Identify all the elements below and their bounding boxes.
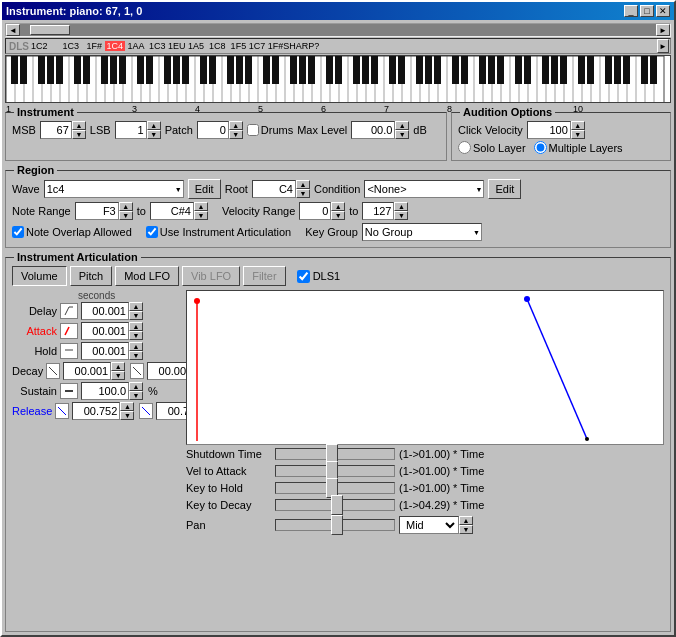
note-to-input[interactable] xyxy=(150,202,194,220)
filter-button[interactable]: Filter xyxy=(243,266,285,286)
max-level-up[interactable]: ▲ xyxy=(395,121,409,130)
key-hold-slider[interactable] xyxy=(275,482,395,494)
msb-input[interactable] xyxy=(40,121,72,139)
hold-spin[interactable]: ▲ ▼ xyxy=(81,342,143,360)
note-from-spin[interactable]: ▲ ▼ xyxy=(75,202,133,220)
max-level-down[interactable]: ▼ xyxy=(395,130,409,139)
nf-down[interactable]: ▼ xyxy=(119,211,133,220)
delay-input[interactable] xyxy=(81,302,129,320)
multiple-layers-radio[interactable]: Multiple Layers xyxy=(534,141,623,154)
release-curve-btn2[interactable] xyxy=(139,403,153,419)
pan-thumb[interactable] xyxy=(331,515,343,535)
multiple-layers-radio-input[interactable] xyxy=(534,141,547,154)
sustain-input[interactable] xyxy=(81,382,129,400)
lsb-spin[interactable]: ▲ ▼ xyxy=(115,121,161,139)
root-down[interactable]: ▼ xyxy=(296,189,310,198)
vf-down[interactable]: ▼ xyxy=(331,211,345,220)
attack-input[interactable] xyxy=(81,322,129,340)
piano-label-scroll[interactable]: ► xyxy=(657,39,669,53)
drums-checkbox[interactable] xyxy=(247,124,259,136)
pan-slider[interactable] xyxy=(275,519,395,531)
vel-to-input[interactable] xyxy=(362,202,394,220)
lsb-input[interactable] xyxy=(115,121,147,139)
lsb-up[interactable]: ▲ xyxy=(147,121,161,130)
key-decay-slider[interactable] xyxy=(275,499,395,511)
vel-from-input[interactable] xyxy=(299,202,331,220)
attack-down[interactable]: ▼ xyxy=(129,331,143,340)
pan-select[interactable]: Mid xyxy=(399,516,459,534)
attack-curve-btn[interactable] xyxy=(60,323,78,339)
pan-spin[interactable]: Mid ▲ ▼ xyxy=(399,516,473,534)
decay1-up[interactable]: ▲ xyxy=(111,362,125,371)
sustain-down[interactable]: ▼ xyxy=(129,391,143,400)
vt-up[interactable]: ▲ xyxy=(394,202,408,211)
scroll-right-btn[interactable]: ► xyxy=(656,24,670,36)
pitch-button[interactable]: Pitch xyxy=(70,266,112,286)
patch-down[interactable]: ▼ xyxy=(229,130,243,139)
edit-wave-button[interactable]: Edit xyxy=(188,179,221,199)
sustain-up[interactable]: ▲ xyxy=(129,382,143,391)
click-velocity-spin[interactable]: ▲ ▼ xyxy=(527,121,585,139)
hold-curve-btn[interactable] xyxy=(60,343,78,359)
use-articulation-checkbox[interactable] xyxy=(146,226,158,238)
hold-down[interactable]: ▼ xyxy=(129,351,143,360)
pan-up[interactable]: ▲ xyxy=(459,516,473,525)
root-up[interactable]: ▲ xyxy=(296,180,310,189)
note-overlap-check[interactable]: Note Overlap Allowed xyxy=(12,226,132,238)
vel-attack-slider[interactable] xyxy=(275,465,395,477)
root-input[interactable] xyxy=(252,180,296,198)
hold-input[interactable] xyxy=(81,342,129,360)
attack-spin[interactable]: ▲ ▼ xyxy=(81,322,143,340)
piano-scroll-right[interactable]: ► xyxy=(657,39,669,53)
nt-down[interactable]: ▼ xyxy=(194,211,208,220)
solo-layer-radio[interactable]: Solo Layer xyxy=(458,141,526,154)
release1-down[interactable]: ▼ xyxy=(120,411,134,420)
release-spin1[interactable]: ▲ ▼ xyxy=(72,402,134,420)
scroll-thumb[interactable] xyxy=(30,25,70,35)
cv-up[interactable]: ▲ xyxy=(571,121,585,130)
solo-layer-radio-input[interactable] xyxy=(458,141,471,154)
scroll-left-btn[interactable]: ◄ xyxy=(6,24,20,36)
minimize-button[interactable]: _ xyxy=(624,5,638,17)
note-from-input[interactable] xyxy=(75,202,119,220)
scroll-track[interactable] xyxy=(20,24,656,36)
max-level-spin[interactable]: ▲ ▼ xyxy=(351,121,409,139)
delay-up[interactable]: ▲ xyxy=(129,302,143,311)
decay-spin1[interactable]: ▲ ▼ xyxy=(63,362,125,380)
max-level-input[interactable] xyxy=(351,121,395,139)
sustain-spin[interactable]: ▲ ▼ xyxy=(81,382,143,400)
piano-scrollbar-top[interactable]: ◄ ► xyxy=(5,23,671,37)
patch-input[interactable] xyxy=(197,121,229,139)
vel-to-spin[interactable]: ▲ ▼ xyxy=(362,202,408,220)
condition-select[interactable]: <None> xyxy=(364,180,484,198)
maximize-button[interactable]: □ xyxy=(640,5,654,17)
close-button[interactable]: ✕ xyxy=(656,5,670,17)
volume-button[interactable]: Volume xyxy=(12,266,67,286)
key-group-select[interactable]: No Group xyxy=(362,223,482,241)
key-decay-thumb[interactable] xyxy=(331,495,343,515)
release-input1[interactable] xyxy=(72,402,120,420)
click-velocity-input[interactable] xyxy=(527,121,571,139)
root-spin[interactable]: ▲ ▼ xyxy=(252,180,310,198)
shutdown-time-slider[interactable] xyxy=(275,448,395,460)
note-to-spin[interactable]: ▲ ▼ xyxy=(150,202,208,220)
release-curve-btn[interactable] xyxy=(55,403,69,419)
lsb-down[interactable]: ▼ xyxy=(147,130,161,139)
sustain-curve-btn[interactable] xyxy=(60,383,78,399)
drums-check[interactable]: Drums xyxy=(247,124,293,136)
vt-down[interactable]: ▼ xyxy=(394,211,408,220)
hold-up[interactable]: ▲ xyxy=(129,342,143,351)
nf-up[interactable]: ▲ xyxy=(119,202,133,211)
wave-select[interactable]: 1c4 xyxy=(44,180,184,198)
decay1-down[interactable]: ▼ xyxy=(111,371,125,380)
msb-up[interactable]: ▲ xyxy=(72,121,86,130)
pan-down[interactable]: ▼ xyxy=(459,525,473,534)
delay-curve-btn[interactable] xyxy=(60,303,78,319)
decay-curve-btn2[interactable] xyxy=(130,363,144,379)
release1-up[interactable]: ▲ xyxy=(120,402,134,411)
patch-up[interactable]: ▲ xyxy=(229,121,243,130)
decay-input1[interactable] xyxy=(63,362,111,380)
mod-lfo-button[interactable]: Mod LFO xyxy=(115,266,179,286)
vel-from-spin[interactable]: ▲ ▼ xyxy=(299,202,345,220)
msb-spin[interactable]: ▲ ▼ xyxy=(40,121,86,139)
